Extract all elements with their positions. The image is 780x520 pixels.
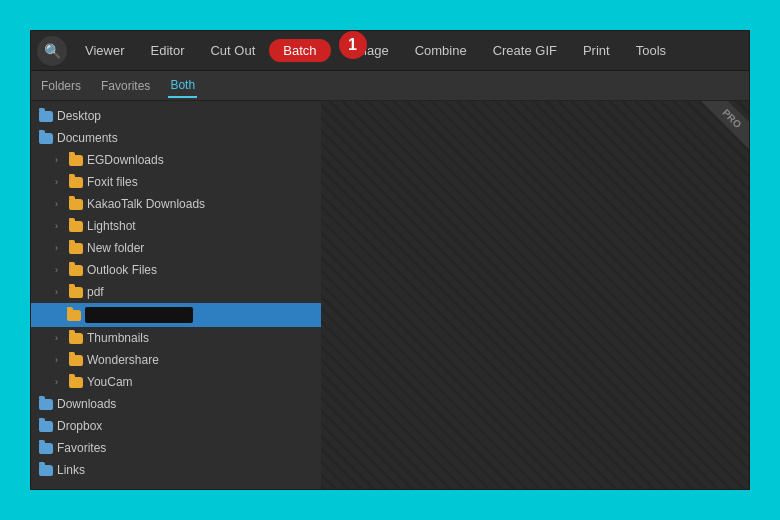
menu-batch-wrapper: Batch 1	[269, 39, 330, 62]
menu-combine[interactable]: Combine	[403, 39, 479, 62]
folder-icon	[69, 177, 83, 188]
folder-label: Outlook Files	[87, 263, 157, 277]
folder-downloads[interactable]: Downloads	[31, 393, 321, 415]
chevron-icon: ›	[55, 199, 65, 209]
folder-pdf[interactable]: › pdf	[31, 281, 321, 303]
menu-create-gif[interactable]: Create GIF	[481, 39, 569, 62]
tab-both[interactable]: Both	[168, 74, 197, 98]
folder-icon	[39, 111, 53, 122]
folder-label: New folder	[87, 241, 144, 255]
folder-label: pdf	[87, 285, 104, 299]
folder-desktop[interactable]: Desktop	[31, 105, 321, 127]
folder-icon	[69, 333, 83, 344]
folder-label: Documents	[57, 131, 118, 145]
folder-label-redacted: ████████	[85, 307, 193, 323]
folder-icon	[39, 465, 53, 476]
folder-foxit[interactable]: › Foxit files	[31, 171, 321, 193]
folder-icon	[69, 355, 83, 366]
tab-folders[interactable]: Folders	[39, 75, 83, 97]
menu-batch[interactable]: Batch	[269, 39, 330, 62]
folder-label: Dropbox	[57, 419, 102, 433]
folder-wondershare[interactable]: › Wondershare	[31, 349, 321, 371]
folder-label: Foxit files	[87, 175, 138, 189]
menu-tools[interactable]: Tools	[624, 39, 678, 62]
chevron-icon: ›	[55, 265, 65, 275]
folder-icon	[69, 221, 83, 232]
folder-youcam[interactable]: › YouCam	[31, 371, 321, 393]
main-content: Desktop Documents › EGDownloads › Foxit …	[31, 101, 749, 489]
folder-icon	[69, 287, 83, 298]
folder-icon	[39, 399, 53, 410]
menu-bar: 🔍 Viewer Editor Cut Out Batch 1 Collage …	[31, 31, 749, 71]
file-list[interactable]: Desktop Documents › EGDownloads › Foxit …	[31, 101, 321, 489]
chevron-icon: ›	[55, 155, 65, 165]
folder-label: EGDownloads	[87, 153, 164, 167]
folder-dropbox[interactable]: Dropbox	[31, 415, 321, 437]
folder-label: Links	[57, 463, 85, 477]
folder-outlook[interactable]: › Outlook Files	[31, 259, 321, 281]
folder-selected[interactable]: ████████	[31, 303, 321, 327]
folder-icon	[69, 243, 83, 254]
folder-newfolder[interactable]: › New folder	[31, 237, 321, 259]
tab-favorites[interactable]: Favorites	[99, 75, 152, 97]
folder-label: Favorites	[57, 441, 106, 455]
folder-label: Wondershare	[87, 353, 159, 367]
folder-icon	[39, 133, 53, 144]
folder-links[interactable]: Links	[31, 459, 321, 481]
folder-label: Downloads	[57, 397, 116, 411]
right-panel: PRO	[321, 101, 749, 489]
folder-icon	[39, 421, 53, 432]
chevron-icon: ›	[55, 243, 65, 253]
folder-favorites[interactable]: Favorites	[31, 437, 321, 459]
folder-documents[interactable]: Documents	[31, 127, 321, 149]
folder-label: Desktop	[57, 109, 101, 123]
folder-thumbnails[interactable]: › Thumbnails	[31, 327, 321, 349]
chevron-icon: ›	[55, 377, 65, 387]
chevron-icon: ›	[55, 333, 65, 343]
folder-label: Lightshot	[87, 219, 136, 233]
folder-label: KakaoTalk Downloads	[87, 197, 205, 211]
menu-collage[interactable]: Collage	[333, 39, 401, 62]
chevron-icon: ›	[55, 221, 65, 231]
folder-label: YouCam	[87, 375, 133, 389]
folder-label: Thumbnails	[87, 331, 149, 345]
folder-icon	[69, 265, 83, 276]
folder-icon	[69, 377, 83, 388]
app-logo[interactable]: 🔍	[37, 36, 67, 66]
app-window: 🔍 Viewer Editor Cut Out Batch 1 Collage …	[30, 30, 750, 490]
folder-icon	[67, 310, 81, 321]
file-panel: Desktop Documents › EGDownloads › Foxit …	[31, 101, 321, 489]
folder-icon	[69, 155, 83, 166]
tab-bar: Folders Favorites Both	[31, 71, 749, 101]
selected-row-wrapper: ████████ 2	[31, 303, 321, 327]
folder-icon	[39, 443, 53, 454]
pro-badge: PRO	[699, 101, 749, 151]
folder-egdownloads[interactable]: › EGDownloads	[31, 149, 321, 171]
menu-editor[interactable]: Editor	[139, 39, 197, 62]
chevron-icon: ›	[55, 355, 65, 365]
folder-icon	[69, 199, 83, 210]
menu-print[interactable]: Print	[571, 39, 622, 62]
chevron-icon: ›	[55, 177, 65, 187]
menu-viewer[interactable]: Viewer	[73, 39, 137, 62]
folder-lightshot[interactable]: › Lightshot	[31, 215, 321, 237]
menu-cutout[interactable]: Cut Out	[198, 39, 267, 62]
search-icon: 🔍	[44, 43, 61, 59]
folder-kakao[interactable]: › KakaoTalk Downloads	[31, 193, 321, 215]
pro-badge-label: PRO	[701, 101, 749, 150]
panel-background	[321, 101, 749, 489]
chevron-icon: ›	[55, 287, 65, 297]
